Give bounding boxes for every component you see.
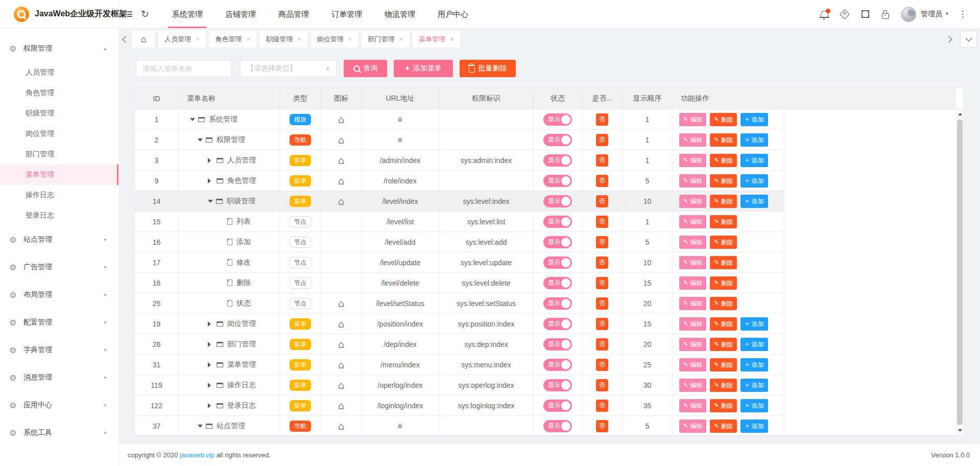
expand-arrow-icon[interactable] bbox=[208, 403, 213, 408]
sidebar-group[interactable]: ⚙ 应用中心 ▼ bbox=[0, 391, 118, 419]
tabs-menu-button[interactable] bbox=[960, 31, 977, 48]
edit-button[interactable]: ✎编辑 bbox=[679, 276, 706, 290]
notifications-button[interactable] bbox=[814, 1, 834, 28]
menu-name-input[interactable] bbox=[136, 60, 232, 77]
status-toggle[interactable]: 显示 bbox=[543, 216, 572, 228]
edit-button[interactable]: ✎编辑 bbox=[679, 379, 706, 392]
expand-arrow-icon[interactable] bbox=[208, 158, 213, 163]
table-row[interactable]: 3 人员管理 菜单 ⌂ /admin/index sys:admin:index… bbox=[135, 150, 964, 171]
lock-screen-button[interactable] bbox=[875, 1, 896, 28]
more-options-button[interactable]: ⋮ bbox=[952, 1, 973, 28]
edit-button[interactable]: ✎编辑 bbox=[679, 358, 706, 371]
sidebar-group[interactable]: ⚙ 站点管理 ▼ bbox=[0, 226, 118, 253]
sidebar-item[interactable]: 人员管理 bbox=[0, 62, 118, 83]
add-button[interactable]: +添加 bbox=[740, 420, 768, 433]
status-toggle[interactable]: 显示 bbox=[543, 134, 572, 146]
add-button[interactable]: +添加 bbox=[740, 154, 768, 167]
status-toggle[interactable]: 显示 bbox=[543, 379, 572, 391]
table-row[interactable]: 14 职级管理 菜单 ⌂ /level/index sys:level:inde… bbox=[135, 191, 964, 212]
status-toggle[interactable]: 显示 bbox=[543, 338, 572, 351]
scrollbar-thumb[interactable] bbox=[957, 120, 963, 425]
status-toggle[interactable]: 显示 bbox=[543, 277, 572, 289]
edit-button[interactable]: ✎编辑 bbox=[679, 420, 706, 433]
scroll-down-button[interactable] bbox=[957, 426, 964, 435]
delete-button[interactable]: ✎删除 bbox=[710, 133, 737, 147]
delete-button[interactable]: ✎删除 bbox=[710, 338, 737, 351]
close-icon[interactable]: × bbox=[196, 36, 200, 42]
page-tab[interactable]: 角色管理 × bbox=[209, 31, 257, 48]
expand-arrow-icon[interactable] bbox=[208, 200, 213, 205]
delete-button[interactable]: ✎删除 bbox=[710, 317, 737, 331]
sidebar-item[interactable]: 岗位管理 bbox=[0, 124, 118, 144]
add-button[interactable]: +添加 bbox=[740, 358, 768, 371]
table-row[interactable]: 31 菜单管理 菜单 ⌂ /menu/index sys:menu:index … bbox=[135, 355, 964, 375]
status-toggle[interactable]: 显示 bbox=[543, 318, 572, 330]
tabs-scroll-right-button[interactable] bbox=[942, 31, 955, 48]
status-toggle[interactable]: 显示 bbox=[543, 297, 572, 310]
table-row[interactable]: 9 角色管理 菜单 ⌂ /role/index 显示 否 5 ✎编辑✎删除+添加 bbox=[135, 171, 964, 191]
topnav-item[interactable]: 用户中心 bbox=[426, 1, 480, 28]
status-toggle[interactable]: 显示 bbox=[543, 154, 572, 167]
expand-arrow-icon[interactable] bbox=[208, 178, 213, 183]
delete-button[interactable]: ✎删除 bbox=[710, 236, 737, 249]
delete-button[interactable]: ✎删除 bbox=[710, 358, 737, 371]
expand-arrow-icon[interactable] bbox=[208, 362, 213, 367]
sidebar-group[interactable]: ⚙ 系统工具 ▼ bbox=[0, 419, 118, 447]
edit-button[interactable]: ✎编辑 bbox=[679, 195, 706, 208]
table-row[interactable]: 122 登录日志 菜单 ⌂ /loginlog/index sys:loginl… bbox=[135, 395, 964, 416]
status-toggle[interactable]: 显示 bbox=[543, 420, 572, 432]
add-button[interactable]: +添加 bbox=[740, 379, 768, 392]
delete-button[interactable]: ✎删除 bbox=[710, 276, 737, 290]
edit-button[interactable]: ✎编辑 bbox=[679, 399, 706, 412]
status-toggle[interactable]: 显示 bbox=[543, 175, 572, 187]
table-row[interactable]: 18 删除 节点 /level/delete sys:level:delete … bbox=[135, 273, 964, 293]
page-tab[interactable]: 职级管理 × bbox=[260, 31, 307, 48]
edit-button[interactable]: ✎编辑 bbox=[679, 236, 706, 249]
table-row[interactable]: 2 权限管理 导航 ⌂ # 显示 否 1 ✎编辑✎删除+添加 bbox=[135, 130, 964, 150]
refresh-button[interactable]: ↻ bbox=[136, 1, 154, 28]
topnav-item[interactable]: 系统管理 bbox=[161, 1, 214, 28]
delete-button[interactable]: ✎删除 bbox=[710, 256, 737, 269]
tag-button[interactable] bbox=[834, 1, 855, 28]
expand-arrow-icon[interactable] bbox=[208, 321, 213, 327]
expand-arrow-icon[interactable] bbox=[190, 118, 195, 124]
menu-type-select[interactable]: 【请选择类型】 ▼ bbox=[240, 60, 337, 77]
add-button[interactable]: +添加 bbox=[740, 133, 768, 147]
edit-button[interactable]: ✎编辑 bbox=[679, 154, 706, 167]
expand-arrow-icon[interactable] bbox=[208, 342, 213, 347]
table-row[interactable]: 119 操作日志 菜单 ⌂ /operlog/index sys:operlog… bbox=[135, 375, 964, 395]
delete-button[interactable]: ✎删除 bbox=[710, 154, 737, 167]
sidebar-group[interactable]: ⚙ 布局管理 ▼ bbox=[0, 281, 118, 309]
status-toggle[interactable]: 显示 bbox=[543, 236, 572, 248]
edit-button[interactable]: ✎编辑 bbox=[679, 338, 706, 351]
add-button[interactable]: +添加 bbox=[740, 399, 768, 412]
delete-button[interactable]: ✎删除 bbox=[710, 113, 737, 126]
page-tab[interactable]: 菜单管理 × bbox=[413, 31, 460, 48]
close-icon[interactable]: × bbox=[450, 36, 454, 42]
close-icon[interactable]: × bbox=[247, 36, 251, 42]
edit-button[interactable]: ✎编辑 bbox=[679, 133, 706, 147]
expand-arrow-icon[interactable] bbox=[208, 383, 213, 388]
sidebar-group[interactable]: ⚙ 消息管理 ▼ bbox=[0, 364, 118, 391]
delete-button[interactable]: ✎删除 bbox=[710, 215, 737, 228]
sidebar-group[interactable]: ⚙ 配置管理 ▼ bbox=[0, 309, 118, 336]
scroll-up-button[interactable] bbox=[957, 109, 964, 119]
table-row[interactable]: 37 站点管理 导航 ⌂ # 显示 否 5 ✎编辑✎删除+添加 bbox=[135, 416, 964, 436]
delete-button[interactable]: ✎删除 bbox=[710, 379, 737, 392]
expand-arrow-icon[interactable] bbox=[198, 425, 203, 430]
delete-button[interactable]: ✎删除 bbox=[710, 420, 737, 433]
sidebar-group[interactable]: ⚙ 字典管理 ▼ bbox=[0, 336, 118, 364]
topnav-item[interactable]: 店铺管理 bbox=[214, 1, 267, 28]
user-menu[interactable]: 管理员 ▼ bbox=[901, 7, 949, 22]
page-tab[interactable]: 人员管理 × bbox=[158, 31, 206, 48]
status-toggle[interactable]: 显示 bbox=[543, 195, 572, 207]
table-row[interactable]: 15 列表 节点 /level/list sys:level:list 显示 否… bbox=[135, 212, 964, 232]
edit-button[interactable]: ✎编辑 bbox=[679, 317, 706, 331]
edit-button[interactable]: ✎编辑 bbox=[679, 256, 706, 269]
delete-button[interactable]: ✎删除 bbox=[710, 297, 737, 310]
table-row[interactable]: 25 状态 节点 ⌂ /level/setStatus sys:level:se… bbox=[135, 293, 964, 314]
delete-button[interactable]: ✎删除 bbox=[710, 174, 737, 188]
home-tab[interactable]: ⌂ bbox=[132, 31, 155, 48]
table-row[interactable]: 26 部门管理 菜单 ⌂ /dep/index sys:dep:index 显示… bbox=[135, 334, 964, 355]
edit-button[interactable]: ✎编辑 bbox=[679, 174, 706, 188]
